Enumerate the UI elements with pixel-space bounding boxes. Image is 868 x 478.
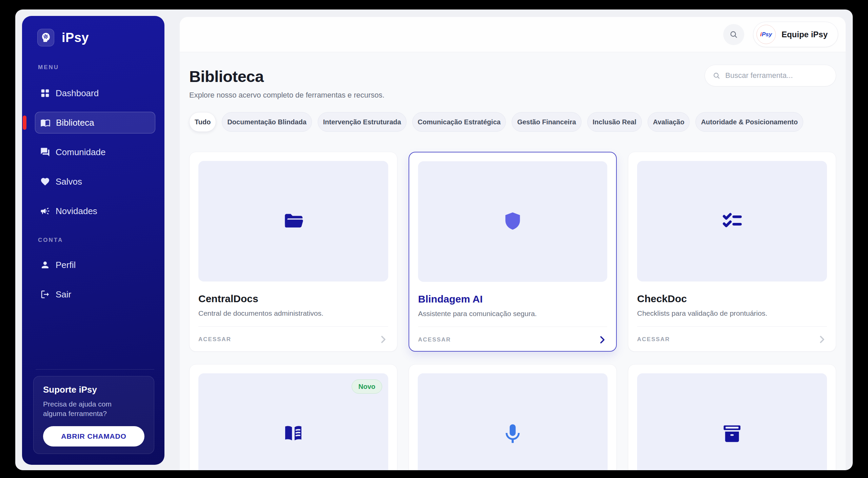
menu-book-icon [40, 118, 51, 128]
sidebar-item-label: Comunidade [56, 147, 105, 158]
tool-thumbnail [198, 161, 388, 282]
sidebar-item-dashboard[interactable]: Dashboard [35, 82, 155, 104]
app-name: iPsy [62, 30, 89, 45]
tool-thumbnail [418, 373, 608, 470]
sidebar-item-novidades[interactable]: Novidades [35, 200, 155, 222]
chevron-right-icon [817, 334, 827, 345]
megaphone-icon [40, 206, 50, 216]
user-menu[interactable]: iPsy Equipe iPsy [753, 22, 838, 47]
sidebar-item-perfil[interactable]: Perfil [35, 254, 155, 276]
tool-access-action[interactable]: ACESSAR [198, 327, 388, 352]
page-content: Biblioteca Explore nosso acervo completo… [180, 52, 846, 470]
sidebar-item-sair[interactable]: Sair [35, 284, 155, 305]
book-open-icon [282, 422, 304, 445]
sidebar-item-salvos[interactable]: Salvos [35, 171, 155, 192]
access-label: ACESSAR [637, 336, 670, 343]
tool-card-checkdoc[interactable]: CheckDocChecklists para validação de pro… [628, 152, 836, 352]
tool-title: CentralDocs [198, 293, 388, 305]
tool-thumbnail [637, 373, 827, 470]
tool-description: Checklists para validação de prontuários… [637, 309, 827, 317]
topbar: iPsy Equipe iPsy [180, 17, 846, 52]
support-title: Suporte iPsy [43, 385, 144, 395]
filter-chip-autoridade-posicionamento[interactable]: Autoridade & Posicionamento [695, 112, 803, 132]
tool-thumbnail [637, 161, 827, 282]
page-header: Biblioteca Explore nosso acervo completo… [189, 67, 384, 100]
logout-icon [40, 289, 50, 299]
sidebar-item-label: Perfil [56, 260, 76, 270]
tool-search [705, 65, 836, 86]
page-title: Biblioteca [189, 67, 384, 86]
tool-card[interactable] [628, 364, 836, 470]
chevron-right-icon [597, 335, 607, 345]
tool-card-centraldocs[interactable]: CentralDocsCentral de documentos adminis… [189, 152, 397, 352]
support-message: Precisa de ajuda com alguma ferramenta? [43, 399, 131, 419]
filter-chip-documentacao-blindada[interactable]: Documentação Blindada [222, 112, 312, 132]
filter-chips: TudoDocumentação BlindadaIntervenção Est… [189, 112, 803, 132]
checklist-icon [721, 210, 743, 232]
new-badge: Novo [352, 379, 382, 394]
sidebar-item-label: Salvos [56, 176, 82, 187]
folder-open-icon [282, 210, 304, 232]
support-box: Suporte iPsy Precisa de ajuda com alguma… [33, 376, 154, 454]
user-name: Equipe iPsy [782, 30, 828, 39]
tool-thumbnail: Novo [198, 373, 388, 470]
sidebar: iPsy MENU DashboardBibliotecaComunidadeS… [22, 16, 164, 465]
tool-description: Central de documentos administrativos. [198, 309, 388, 317]
tool-card-blindagem-ai[interactable]: Blindagem AIAssistente para comunicação … [409, 152, 617, 352]
tool-title: Blindagem AI [418, 293, 607, 305]
sidebar-section-conta: CONTA [38, 237, 63, 244]
filter-chip-tudo[interactable]: Tudo [189, 112, 216, 132]
open-ticket-button[interactable]: ABRIR CHAMADO [43, 426, 144, 446]
tool-thumbnail [418, 161, 607, 282]
filter-chip-gestao-financeira[interactable]: Gestão Financeira [512, 112, 581, 132]
tool-access-action[interactable]: ACESSAR [418, 327, 607, 353]
mic-icon [501, 422, 524, 445]
forum-icon [40, 147, 50, 157]
person-icon [40, 260, 50, 270]
sidebar-section-menu: MENU [38, 64, 59, 71]
search-icon [712, 71, 721, 80]
tool-search-input[interactable] [725, 71, 828, 80]
tools-grid: CentralDocsCentral de documentos adminis… [189, 152, 836, 470]
tool-card[interactable]: Novo [189, 364, 397, 470]
archive-icon [721, 422, 743, 445]
active-item-indicator [23, 116, 26, 130]
filter-chip-intervencao-estruturada[interactable]: Intervenção Estruturada [318, 112, 407, 132]
sidebar-item-label: Dashboard [56, 88, 99, 99]
filter-chip-inclusao-real[interactable]: Inclusão Real [587, 112, 642, 132]
psychology-head-gear-icon [37, 29, 54, 46]
sidebar-item-biblioteca[interactable]: Biblioteca [35, 112, 155, 133]
main-panel: iPsy Equipe iPsy Biblioteca Explore noss… [180, 17, 846, 470]
access-label: ACESSAR [198, 336, 231, 343]
sidebar-item-label: Novidades [56, 206, 97, 216]
sidebar-item-label: Sair [56, 289, 71, 300]
dashboard-icon [40, 88, 50, 98]
heart-icon [40, 176, 50, 187]
avatar: iPsy [756, 25, 776, 44]
sidebar-item-comunidade[interactable]: Comunidade [35, 141, 155, 163]
chevron-right-icon [378, 334, 388, 345]
filter-chip-comunicacao-estrategica[interactable]: Comunicação Estratégica [412, 112, 506, 132]
shield-icon [501, 210, 524, 233]
sidebar-menu: DashboardBibliotecaComunidadeSalvosNovid… [35, 82, 155, 230]
tool-description: Assistente para comunicação segura. [418, 310, 607, 318]
tool-card[interactable] [409, 364, 617, 470]
app-logo: iPsy [37, 29, 89, 46]
app-window: iPsy MENU DashboardBibliotecaComunidadeS… [15, 9, 853, 470]
sidebar-item-label: Biblioteca [56, 118, 94, 128]
tool-access-action[interactable]: ACESSAR [637, 327, 827, 352]
access-label: ACESSAR [418, 336, 451, 343]
search-icon [729, 30, 738, 39]
sidebar-account-menu: PerfilSair [35, 254, 155, 313]
sidebar-divider [36, 369, 154, 370]
topbar-search-button[interactable] [723, 24, 744, 45]
page-subtitle: Explore nosso acervo completo de ferrame… [189, 91, 384, 100]
tool-title: CheckDoc [637, 293, 827, 305]
avatar-text-suffix: Psy [762, 31, 772, 38]
filter-chip-avaliacao[interactable]: Avaliação [648, 112, 690, 132]
